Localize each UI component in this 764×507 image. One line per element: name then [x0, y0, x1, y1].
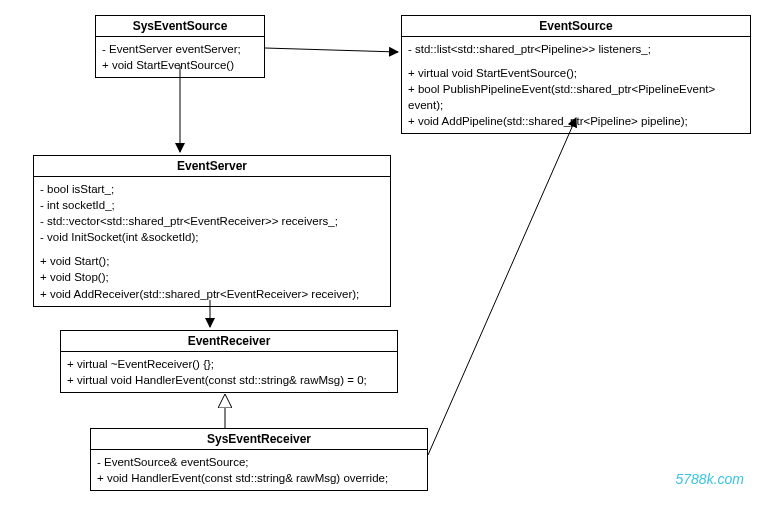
class-body: - EventSource& eventSource; + void Handl… — [91, 450, 427, 490]
class-body: - std::list<std::shared_ptr<Pipeline>> l… — [402, 37, 750, 133]
class-sys-event-receiver: SysEventReceiver - EventSource& eventSou… — [90, 428, 428, 491]
class-member: - int socketId_; — [40, 197, 384, 213]
class-body: - EventServer eventServer; + void StartE… — [96, 37, 264, 77]
assoc-sysrcv-to-src — [428, 118, 576, 455]
watermark: 5788k.com — [676, 471, 744, 487]
class-member: + virtual void StartEventSource(); — [408, 65, 744, 81]
class-body: + virtual ~EventReceiver() {}; + virtual… — [61, 352, 397, 392]
class-member: - EventServer eventServer; — [102, 41, 258, 57]
class-title: EventServer — [34, 156, 390, 177]
class-member: + void AddPipeline(std::shared_ptr<Pipel… — [408, 113, 744, 129]
class-member: + void StartEventSource() — [102, 57, 258, 73]
class-sys-event-source: SysEventSource - EventServer eventServer… — [95, 15, 265, 78]
class-member: - EventSource& eventSource; — [97, 454, 421, 470]
class-title: EventReceiver — [61, 331, 397, 352]
class-member: - bool isStart_; — [40, 181, 384, 197]
class-title: SysEventSource — [96, 16, 264, 37]
class-member: + void HandlerEvent(const std::string& r… — [97, 470, 421, 486]
class-title: SysEventReceiver — [91, 429, 427, 450]
class-member: - void InitSocket(int &socketId); — [40, 229, 384, 245]
class-title: EventSource — [402, 16, 750, 37]
class-member: - std::vector<std::shared_ptr<EventRecei… — [40, 213, 384, 229]
class-member: + virtual ~EventReceiver() {}; — [67, 356, 391, 372]
assoc-syssrc-to-src — [265, 48, 398, 52]
class-member: - std::list<std::shared_ptr<Pipeline>> l… — [408, 41, 744, 57]
class-member: + void Start(); — [40, 253, 384, 269]
class-member: + virtual void HandlerEvent(const std::s… — [67, 372, 391, 388]
class-event-server: EventServer - bool isStart_; - int socke… — [33, 155, 391, 307]
class-body: - bool isStart_; - int socketId_; - std:… — [34, 177, 390, 306]
class-event-source: EventSource - std::list<std::shared_ptr<… — [401, 15, 751, 134]
class-member: + bool PublishPipelineEvent(std::shared_… — [408, 81, 744, 113]
class-member: + void AddReceiver(std::shared_ptr<Event… — [40, 286, 384, 302]
class-member: + void Stop(); — [40, 269, 384, 285]
class-event-receiver: EventReceiver + virtual ~EventReceiver()… — [60, 330, 398, 393]
